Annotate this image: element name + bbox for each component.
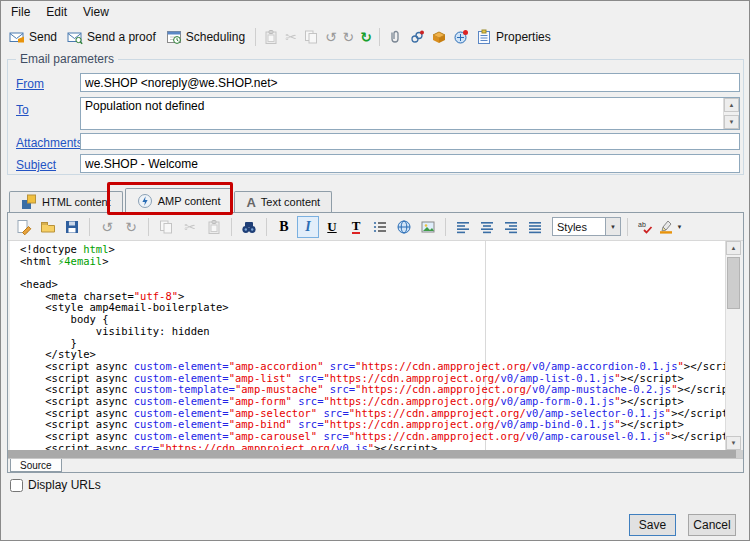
attachments-link[interactable]: Attachments [16, 136, 83, 150]
send-proof-icon [67, 29, 83, 45]
align-left-icon [455, 219, 471, 235]
align-justify-button[interactable] [524, 216, 546, 238]
scrollbar-thumb[interactable] [727, 257, 740, 309]
refresh-icon: ↻ [360, 30, 372, 44]
tab-amp-content[interactable]: AMP content [125, 188, 233, 213]
chevron-down-icon[interactable]: ▼ [606, 217, 621, 236]
highlight-color-dropdown[interactable]: ▼ [658, 218, 685, 236]
to-input[interactable]: Population not defined [81, 98, 723, 129]
text-color-label: T [352, 219, 361, 235]
source-code-editor[interactable]: <!doctype html><html ⚡4email> <head> <me… [10, 241, 741, 450]
attachment-button[interactable] [384, 27, 406, 47]
scroll-down-icon[interactable]: ▼ [726, 436, 741, 450]
to-scrollbar[interactable]: ▲ ▼ [723, 98, 739, 129]
editor-vertical-scrollbar[interactable]: ▲ ▼ [725, 241, 741, 450]
toolbar-separator [89, 218, 90, 236]
menu-edit[interactable]: Edit [38, 2, 75, 22]
tab-text-content[interactable]: A Text content [234, 191, 332, 212]
scheduling-button[interactable]: Scheduling [162, 27, 251, 47]
content-tabs: HTML content AMP content A Text content [9, 188, 334, 213]
group-label: Email parameters [16, 52, 118, 66]
toolbar-separator [627, 218, 628, 236]
code-lines[interactable]: <!doctype html><html ⚡4email> <head> <me… [10, 244, 725, 450]
text-color-button[interactable]: T [345, 216, 367, 238]
tab-html-content[interactable]: HTML content [9, 191, 123, 212]
binoculars-icon [241, 219, 257, 235]
amp-content-icon [137, 193, 153, 209]
save-editor-button[interactable] [61, 216, 83, 238]
from-input[interactable] [80, 73, 740, 92]
chevron-down-icon[interactable]: ▼ [674, 218, 685, 236]
spellcheck-button[interactable]: ab [634, 216, 656, 238]
paste-button[interactable] [260, 27, 282, 47]
subject-input[interactable] [80, 154, 740, 173]
send-proof-button[interactable]: Send a proof [63, 27, 162, 47]
align-center-button[interactable] [476, 216, 498, 238]
find-button[interactable] [238, 216, 260, 238]
insert-image-button[interactable] [417, 216, 439, 238]
editor-cut-button[interactable]: ✂ [179, 216, 201, 238]
send-button[interactable]: Send [5, 27, 63, 47]
link-button[interactable] [406, 27, 428, 47]
delivery-button[interactable] [428, 27, 450, 47]
editor-horizontal-scrollbar[interactable] [8, 450, 743, 458]
copy-icon [303, 29, 319, 45]
list-icon [372, 219, 388, 235]
hyperlink-button[interactable] [393, 216, 415, 238]
display-urls-label: Display URLs [28, 478, 101, 492]
text-content-icon: A [246, 195, 255, 210]
list-button[interactable] [369, 216, 391, 238]
highlight-color-icon [658, 218, 674, 234]
underline-label: U [327, 219, 336, 235]
undo-button[interactable]: ↺ [322, 28, 340, 46]
styles-dropdown[interactable]: Styles ▼ [552, 217, 621, 236]
copy-button[interactable] [300, 27, 322, 47]
subject-link[interactable]: Subject [16, 158, 56, 172]
refresh-button[interactable]: ↻ [357, 28, 375, 46]
paste-icon [206, 219, 222, 235]
align-left-button[interactable] [452, 216, 474, 238]
tab-label: Text content [261, 196, 320, 208]
tracking-button[interactable] [450, 27, 472, 47]
send-label: Send [29, 30, 57, 44]
editor-toolbar: ↺ ↻ ✂ B I U T [8, 213, 743, 241]
email-parameters-group: Email parameters From To Population not … [7, 59, 744, 175]
bold-button[interactable]: B [273, 216, 295, 238]
globe-link-icon [396, 219, 412, 235]
editor-paste-button[interactable] [203, 216, 225, 238]
redo-button[interactable]: ↻ [340, 28, 358, 46]
link-icon [409, 29, 425, 45]
open-button[interactable] [37, 216, 59, 238]
attachments-input[interactable] [80, 133, 740, 150]
align-right-icon [503, 219, 519, 235]
toolbar-separator [379, 28, 380, 46]
spellcheck-icon: ab [637, 219, 653, 235]
align-right-button[interactable] [500, 216, 522, 238]
cut-button[interactable]: ✂ [282, 28, 300, 46]
scrollbar-thumb[interactable] [8, 450, 736, 458]
undo-icon: ↺ [325, 30, 337, 44]
scroll-up-icon[interactable]: ▲ [724, 98, 739, 112]
from-link[interactable]: From [16, 77, 44, 91]
source-view-tab[interactable]: Source [10, 459, 62, 472]
underline-button[interactable]: U [321, 216, 343, 238]
menu-file[interactable]: File [3, 2, 38, 22]
italic-button[interactable]: I [297, 216, 319, 238]
display-urls-checkbox[interactable] [10, 479, 23, 492]
to-link[interactable]: To [16, 103, 29, 117]
cancel-button[interactable]: Cancel [688, 514, 736, 536]
paperclip-icon [387, 29, 403, 45]
scroll-down-icon[interactable]: ▼ [724, 115, 739, 129]
editor-redo-button[interactable]: ↻ [120, 216, 142, 238]
edit-source-button[interactable] [13, 216, 35, 238]
menu-view[interactable]: View [75, 2, 117, 22]
image-icon [420, 219, 436, 235]
to-field-wrap: Population not defined ▲ ▼ [80, 97, 740, 130]
editor-copy-button[interactable] [155, 216, 177, 238]
properties-button[interactable]: Properties [472, 27, 557, 47]
editor-undo-button[interactable]: ↺ [96, 216, 118, 238]
scroll-up-icon[interactable]: ▲ [726, 241, 741, 255]
save-button[interactable]: Save [629, 514, 676, 536]
send-proof-label: Send a proof [87, 30, 156, 44]
tracking-icon [453, 29, 469, 45]
